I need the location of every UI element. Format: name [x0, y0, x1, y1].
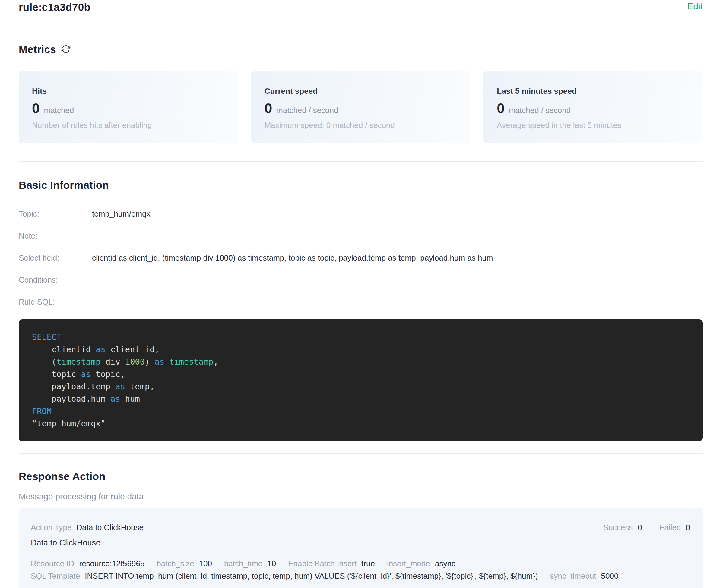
info-label: Conditions:	[19, 275, 92, 285]
param-sync-timeout: sync_timeout 5000	[550, 572, 618, 581]
metric-title: Hits	[32, 87, 225, 96]
rule-detail-page: rule:c1a3d70b Edit Metrics Hits 0 matche…	[19, 0, 703, 588]
param-label: Enable Batch Insert	[288, 559, 357, 568]
divider	[19, 161, 703, 162]
metric-description: Average speed in the last 5 minutes	[497, 120, 689, 130]
metric-title: Current speed	[265, 87, 457, 96]
info-label: Rule SQL:	[19, 297, 92, 307]
metric-value-row: 0 matched / second	[497, 100, 689, 116]
metric-unit: matched / second	[509, 106, 571, 115]
param-insert-mode: insert_mode async	[387, 559, 456, 568]
param-value: INSERT INTO temp_hum (client_id, timesta…	[85, 572, 538, 581]
action-card-top-row: Action Type Data to ClickHouse Success 0…	[31, 523, 691, 532]
edit-link[interactable]: Edit	[687, 1, 703, 11]
info-label: Note:	[19, 231, 92, 241]
info-row-note: Note:	[19, 231, 703, 241]
param-value: 100	[199, 559, 212, 568]
info-value: clientid as client_id, (timestamp div 10…	[92, 253, 493, 263]
param-label: Resource ID	[31, 559, 74, 568]
metrics-heading-text: Metrics	[19, 43, 56, 56]
failed-label: Failed	[660, 523, 681, 532]
metric-value: 0	[265, 100, 272, 116]
metrics-section-heading: Metrics	[19, 43, 703, 56]
metric-unit: matched	[44, 106, 74, 115]
action-type-pair: Action Type Data to ClickHouse	[31, 523, 143, 532]
info-label: Select field:	[19, 253, 92, 263]
info-row-conditions: Conditions:	[19, 275, 703, 285]
metric-title: Last 5 minutes speed	[497, 87, 689, 96]
page-header: rule:c1a3d70b Edit	[19, 0, 703, 15]
metric-value: 0	[32, 100, 40, 116]
rule-sql-code: SELECT clientid as client_id, (timestamp…	[19, 319, 703, 441]
metric-card-last-5-minutes-speed: Last 5 minutes speed 0 matched / second …	[483, 71, 703, 143]
param-label: SQL Template	[31, 572, 80, 581]
param-value: true	[361, 559, 375, 568]
page-title: rule:c1a3d70b	[19, 1, 91, 13]
param-value: 5000	[601, 572, 619, 581]
metric-value-row: 0 matched / second	[265, 100, 457, 116]
param-label: insert_mode	[387, 559, 430, 568]
basic-information-rows: Topic: temp_hum/emqx Note: Select field:…	[19, 209, 703, 307]
success-counter: Success 0	[603, 523, 642, 532]
param-batch-size: batch_size 100	[157, 559, 212, 568]
failed-counter: Failed 0	[660, 523, 690, 532]
refresh-metrics-button[interactable]	[61, 44, 71, 55]
param-value: resource:12f56965	[79, 559, 145, 568]
param-label: batch_size	[157, 559, 194, 568]
param-label: batch_time	[224, 559, 262, 568]
divider	[19, 28, 703, 28]
param-label: sync_timeout	[550, 572, 596, 581]
success-label: Success	[603, 523, 633, 532]
param-sql-template: SQL Template INSERT INTO temp_hum (clien…	[31, 572, 538, 581]
action-name: Data to ClickHouse	[31, 538, 691, 548]
param-value: 10	[267, 559, 276, 568]
metric-card-hits: Hits 0 matched Number of rules hits afte…	[19, 71, 238, 143]
param-batch-time: batch_time 10	[224, 559, 276, 568]
param-resource-id: Resource ID resource:12f56965	[31, 559, 144, 568]
failed-value: 0	[686, 523, 690, 532]
metric-description: Number of rules hits after enabling	[32, 120, 225, 130]
metric-cards: Hits 0 matched Number of rules hits afte…	[19, 71, 703, 143]
metric-unit: matched / second	[276, 106, 338, 115]
response-action-subtitle: Message processing for rule data	[19, 491, 703, 502]
metric-card-current-speed: Current speed 0 matched / second Maximum…	[251, 71, 471, 143]
action-params-row-2: SQL Template INSERT INTO temp_hum (clien…	[31, 572, 691, 581]
action-type-label: Action Type	[31, 523, 71, 532]
refresh-icon	[61, 44, 71, 55]
info-value: temp_hum/emqx	[92, 209, 150, 219]
action-type-value: Data to ClickHouse	[76, 523, 143, 532]
action-params-row-1: Resource ID resource:12f56965 batch_size…	[31, 559, 691, 568]
info-row-topic: Topic: temp_hum/emqx	[19, 209, 703, 219]
metric-value: 0	[497, 100, 505, 116]
basic-information-heading: Basic Information	[19, 179, 703, 191]
metric-value-row: 0 matched	[32, 100, 225, 116]
response-action-heading: Response Action	[19, 471, 703, 482]
success-value: 0	[638, 523, 642, 532]
info-row-rule-sql: Rule SQL:	[19, 297, 703, 307]
info-row-select-field: Select field: clientid as client_id, (ti…	[19, 253, 703, 263]
response-action-card: Action Type Data to ClickHouse Success 0…	[19, 508, 703, 588]
info-label: Topic:	[19, 209, 92, 219]
divider	[19, 453, 703, 454]
param-enable-batch-insert: Enable Batch Insert true	[288, 559, 375, 568]
param-value: async	[435, 559, 456, 568]
metric-description: Maximum speed: 0 matched / second	[265, 120, 457, 130]
action-counters: Success 0 Failed 0	[603, 523, 691, 532]
